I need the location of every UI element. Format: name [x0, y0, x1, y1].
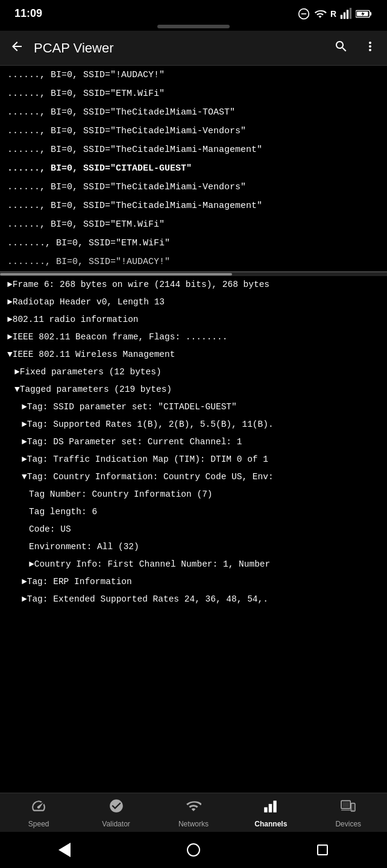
packet-line[interactable]: ......, BI=0, SSID="!AUDACY!" [0, 66, 387, 84]
system-nav [0, 832, 387, 868]
detail-line[interactable]: ► Fixed parameters (12 bytes) [0, 363, 387, 381]
nav-item-devices[interactable]: Devices [324, 798, 373, 828]
nav-label-channels: Channels [254, 820, 287, 828]
channels-icon [263, 798, 278, 818]
packet-line[interactable]: ......, BI=0, SSID="TheCitadelMiami-Mana… [0, 140, 387, 159]
notch [157, 25, 230, 28]
detail-line[interactable]: ▼ Tagged parameters (219 bytes) [0, 381, 387, 398]
battery-icon [356, 9, 373, 19]
recents-nav-button[interactable] [310, 838, 335, 862]
detail-line[interactable]: ► Radiotap Header v0, Length 13 [0, 294, 387, 311]
nav-label-networks: Networks [178, 820, 209, 828]
back-nav-button[interactable] [52, 838, 77, 862]
bottom-nav: SpeedValidatorNetworksChannelsDevices [0, 793, 387, 832]
home-nav-button[interactable] [181, 838, 206, 862]
packet-line[interactable]: ......, BI=0, SSID="TheCitadelMiami-TOAS… [0, 103, 387, 122]
status-bar: 11:09 R [0, 0, 387, 25]
app-bar-title: PCAP Viewer [34, 40, 324, 56]
status-icons: R [298, 8, 373, 20]
detail-line[interactable]: ► Tag: Extended Supported Rates 24, 36, … [0, 591, 387, 608]
packet-line[interactable]: ......., BI=0, SSID="ETM.WiFi" [0, 234, 387, 253]
app-bar: PCAP Viewer [0, 31, 387, 65]
detail-line[interactable]: ► Tag: ERP Information [0, 573, 387, 591]
svg-point-17 [353, 810, 354, 811]
detail-area[interactable]: ► Frame 6: 268 bytes on wire (2144 bits)… [0, 276, 387, 608]
search-button[interactable] [334, 39, 348, 57]
svg-rect-4 [347, 10, 348, 19]
svg-rect-7 [370, 12, 371, 16]
svg-rect-5 [350, 8, 351, 19]
nav-label-speed: Speed [28, 820, 49, 828]
r-indicator: R [330, 9, 336, 19]
dnd-icon [298, 8, 310, 20]
networks-icon [186, 798, 201, 818]
nav-item-channels[interactable]: Channels [247, 798, 295, 828]
packet-line[interactable]: ......, BI=0, SSID="ETM.WiFi" [0, 84, 387, 103]
detail-line[interactable]: Tag Number: Country Information (7) [0, 486, 387, 503]
hscroll-thumb [0, 273, 232, 275]
back-button[interactable] [10, 39, 24, 57]
packet-line[interactable]: ......, BI=0, SSID="TheCitadelMiami-Mana… [0, 197, 387, 215]
nav-label-validator: Validator [102, 820, 130, 828]
svg-rect-3 [344, 12, 345, 19]
detail-line[interactable]: ► IEEE 802.11 Beacon frame, Flags: .....… [0, 329, 387, 346]
detail-line[interactable]: ► Frame 6: 268 bytes on wire (2144 bits)… [0, 276, 387, 294]
detail-line[interactable]: Environment: All (32) [0, 538, 387, 556]
nav-label-devices: Devices [335, 820, 361, 828]
svg-rect-10 [265, 807, 268, 813]
detail-line[interactable]: ▼ Tag: Country Information: Country Code… [0, 468, 387, 486]
packet-line[interactable]: ......., BI=0, SSID="!AUDACY!" [0, 253, 387, 271]
nav-item-networks[interactable]: Networks [169, 798, 218, 828]
devices-icon [341, 798, 356, 818]
detail-line[interactable]: ► Tag: Supported Rates 1(B), 2(B), 5.5(B… [0, 416, 387, 433]
detail-line[interactable]: ▼ IEEE 802.11 Wireless Management [0, 346, 387, 363]
detail-line[interactable]: Code: US [0, 521, 387, 538]
hscroll-bar[interactable] [0, 272, 387, 276]
detail-line[interactable]: ► Tag: Traffic Indication Map (TIM): DTI… [0, 451, 387, 468]
speed-icon [31, 798, 46, 818]
validator-icon [109, 798, 124, 818]
detail-line[interactable]: ► Tag: SSID parameter set: "CITADEL-GUES… [0, 398, 387, 416]
detail-line[interactable]: ► Country Info: First Channel Number: 1,… [0, 556, 387, 573]
packet-line[interactable]: ......, BI=0, SSID="TheCitadelMiami-Vend… [0, 178, 387, 197]
detail-line[interactable]: ► Tag: DS Parameter set: Current Channel… [0, 433, 387, 451]
signal-icon [340, 8, 352, 20]
svg-rect-2 [341, 14, 342, 19]
packet-line[interactable]: ......, BI=0, SSID="TheCitadelMiami-Vend… [0, 122, 387, 140]
packet-line[interactable]: ......, BI=0, SSID="CITADEL-GUEST" [0, 159, 387, 178]
svg-rect-16 [352, 805, 353, 810]
packet-line[interactable]: ......, BI=0, SSID="ETM.WiFi" [0, 215, 387, 234]
more-options-button[interactable] [363, 39, 377, 57]
nav-item-speed[interactable]: Speed [14, 798, 63, 828]
svg-rect-12 [274, 800, 277, 813]
svg-rect-11 [269, 804, 272, 813]
wifi-icon [313, 8, 327, 20]
nav-item-validator[interactable]: Validator [92, 798, 140, 828]
detail-line[interactable]: Tag length: 6 [0, 503, 387, 521]
svg-rect-14 [342, 802, 349, 808]
packet-list[interactable]: ......, BI=0, SSID="!AUDACY!"......, BI=… [0, 66, 387, 272]
detail-line[interactable]: ► 802.11 radio information [0, 311, 387, 329]
status-time: 11:09 [14, 7, 42, 20]
